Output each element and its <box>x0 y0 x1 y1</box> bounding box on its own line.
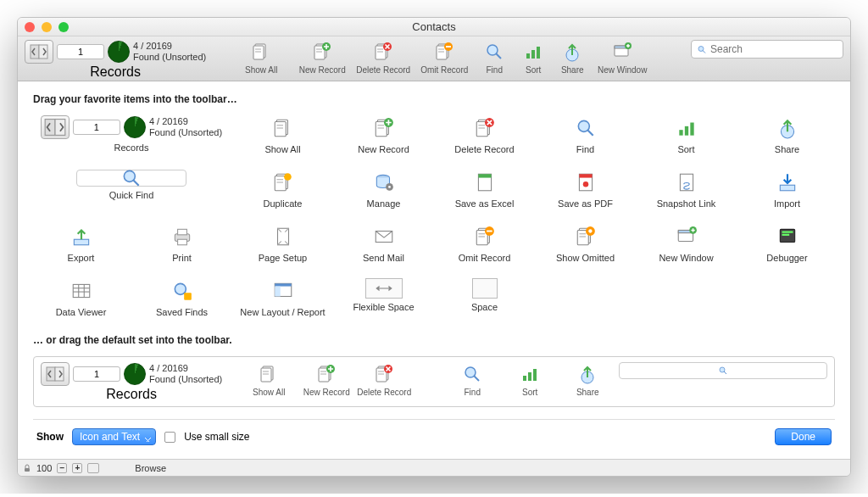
page-setup-item[interactable]: Page Setup <box>235 224 331 263</box>
status-bar: 100 − + Browse <box>18 459 850 476</box>
items-grid: 4 / 20169Found (Unsorted) Records Show A… <box>33 115 835 317</box>
favorites-heading: Drag your favorite items into the toolba… <box>33 93 835 105</box>
customize-panel: Drag your favorite items into the toolba… <box>18 81 850 459</box>
search-icon <box>120 167 142 189</box>
pie-icon <box>124 363 146 385</box>
search-field[interactable] <box>691 40 843 59</box>
default-show-all: Show All <box>242 362 295 397</box>
show-all-button[interactable]: Show All <box>233 40 289 75</box>
zoom-out-button[interactable]: − <box>57 463 67 473</box>
saved-finds-item[interactable]: Saved Finds <box>134 278 230 317</box>
records-item[interactable]: 4 / 20169Found (Unsorted) Records <box>33 115 230 154</box>
records-item-input[interactable] <box>73 120 120 135</box>
lock-icon <box>23 464 31 472</box>
flexible-space-item[interactable]: Flexible Space <box>336 278 431 317</box>
view-mode-icon[interactable] <box>87 463 99 473</box>
sort-button[interactable]: Sort <box>516 40 550 75</box>
delete-record-button[interactable]: Delete Record <box>355 40 411 75</box>
send-mail-item[interactable]: Send Mail <box>336 224 431 263</box>
new-layout-item[interactable]: New Layout / Report <box>235 278 331 317</box>
new-window-button[interactable]: New Window <box>594 40 650 75</box>
default-share: Share <box>561 362 614 397</box>
records-count-text: 4 / 20169 Found (Unsorted) <box>133 41 206 63</box>
sort-item[interactable]: Sort <box>638 115 734 154</box>
bottom-bar: Show Icon and Text Use small size Done <box>33 419 835 449</box>
data-viewer-item[interactable]: Data Viewer <box>33 278 129 317</box>
snapshot-item[interactable]: Snapshot Link <box>638 170 734 209</box>
quick-find-item[interactable]: Quick Find <box>33 170 230 209</box>
save-pdf-item[interactable]: Save as PDF <box>537 170 633 209</box>
default-delete-record: Delete Record <box>358 362 410 397</box>
manage-item[interactable]: Manage <box>336 170 431 209</box>
record-nav-book-icon <box>41 362 70 386</box>
small-size-checkbox[interactable] <box>164 432 175 443</box>
zoom-in-button[interactable]: + <box>72 463 82 473</box>
titlebar: Contacts <box>18 18 850 36</box>
show-label: Show <box>36 431 64 443</box>
default-find: Find <box>446 362 498 397</box>
delete-record-item[interactable]: Delete Record <box>437 115 532 154</box>
new-record-item[interactable]: New Record <box>336 115 431 154</box>
default-new-record: New Record <box>300 362 353 397</box>
default-sort: Sort <box>504 362 556 397</box>
current-record-input[interactable] <box>57 44 104 59</box>
find-button[interactable]: Find <box>477 40 511 75</box>
find-item[interactable]: Find <box>537 115 633 154</box>
share-button[interactable]: Share <box>555 40 589 75</box>
zoom-level[interactable]: 100 <box>36 463 52 473</box>
import-item[interactable]: Import <box>739 170 835 209</box>
new-record-button[interactable]: New Record <box>294 40 350 75</box>
search-icon <box>697 44 707 55</box>
done-button[interactable]: Done <box>775 428 832 445</box>
small-size-label: Use small size <box>184 431 249 443</box>
share-item[interactable]: Share <box>739 115 835 154</box>
default-toolbar-set[interactable]: 4 / 20169Found (Unsorted) Records Show A… <box>33 356 835 407</box>
mode-label: Browse <box>135 463 166 473</box>
new-window-item[interactable]: New Window <box>638 224 734 263</box>
save-excel-item[interactable]: Save as Excel <box>437 170 532 209</box>
records-label: Records <box>90 65 141 79</box>
show-mode-select[interactable]: Icon and Text <box>72 428 156 445</box>
record-nav-book-icon <box>41 115 70 139</box>
main-toolbar: 4 / 20169 Found (Unsorted) Records Show … <box>18 36 850 81</box>
export-item[interactable]: Export <box>33 224 129 263</box>
duplicate-item[interactable]: Duplicate <box>235 170 331 209</box>
default-search <box>619 362 827 379</box>
default-heading: … or drag the default set into the toolb… <box>33 334 835 346</box>
omit-record-button[interactable]: Omit Record <box>416 40 472 75</box>
search-input[interactable] <box>710 43 837 55</box>
pie-icon <box>124 116 146 138</box>
window: Contacts 4 / 20169 Found (Unsorted) Reco… <box>17 17 851 477</box>
show-all-item[interactable]: Show All <box>235 115 331 154</box>
search-icon <box>718 366 728 376</box>
omit-record-item[interactable]: Omit Record <box>437 224 532 263</box>
space-item[interactable]: Space <box>437 278 532 317</box>
print-item[interactable]: Print <box>134 224 230 263</box>
record-nav-book[interactable] <box>25 40 53 64</box>
window-title: Contacts <box>18 20 850 33</box>
debugger-item[interactable]: Debugger <box>739 224 835 263</box>
records-navigator: 4 / 20169 Found (Unsorted) Records <box>25 40 206 79</box>
found-pie-icon[interactable] <box>108 41 130 63</box>
show-omitted-item[interactable]: Show Omitted <box>537 224 633 263</box>
